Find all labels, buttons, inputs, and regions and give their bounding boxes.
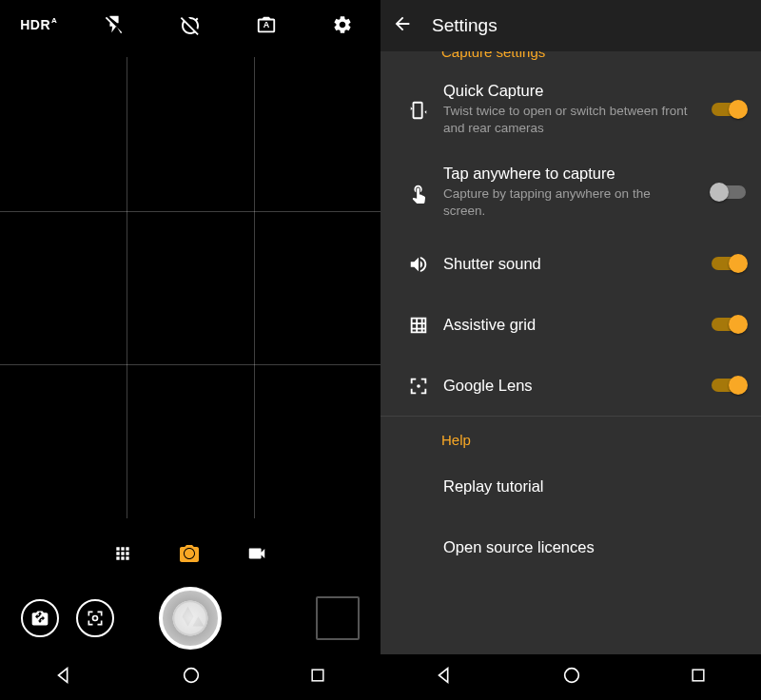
mode-photo[interactable] xyxy=(178,542,201,565)
video-icon xyxy=(246,543,267,564)
hdr-auto-badge: A xyxy=(51,16,57,25)
switch-camera-icon xyxy=(30,609,49,628)
flash-button[interactable] xyxy=(91,14,137,35)
shutter-aperture-icon xyxy=(171,599,209,637)
row-open-source-licences[interactable]: Open source licences xyxy=(380,516,761,577)
lens-icon xyxy=(86,609,105,628)
camera-icon xyxy=(178,542,201,565)
flash-off-icon xyxy=(104,14,125,35)
triangle-back-icon xyxy=(434,665,455,686)
volume-icon xyxy=(408,254,429,275)
google-lens-button[interactable] xyxy=(76,599,114,637)
shutter-sound-toggle[interactable] xyxy=(712,257,746,270)
quick-capture-subtitle: Twist twice to open or switch between fr… xyxy=(443,103,693,137)
google-lens-title: Google Lens xyxy=(443,376,693,396)
hdr-button[interactable]: HDR A xyxy=(15,17,61,32)
quick-capture-title: Quick Capture xyxy=(443,81,693,101)
nav-back[interactable] xyxy=(434,665,455,690)
back-button[interactable] xyxy=(392,13,413,38)
lens-icon xyxy=(408,376,429,397)
tap-anywhere-title: Tap anywhere to capture xyxy=(443,164,693,184)
page-title: Settings xyxy=(432,15,498,36)
switch-camera-button[interactable] xyxy=(21,599,59,637)
assistive-grid-toggle[interactable] xyxy=(712,318,746,331)
row-quick-capture[interactable]: Quick Capture Twist twice to open or swi… xyxy=(380,68,761,150)
assistive-grid-title: Assistive grid xyxy=(443,315,693,335)
tap-anywhere-toggle[interactable] xyxy=(712,185,746,199)
last-photo-thumbnail[interactable] xyxy=(316,596,360,640)
grid-line xyxy=(127,57,127,518)
quick-capture-toggle[interactable] xyxy=(712,103,746,116)
triangle-back-icon xyxy=(53,665,74,686)
timer-button[interactable] xyxy=(167,13,213,36)
shutter-sound-title: Shutter sound xyxy=(443,254,693,274)
aspect-button[interactable]: A xyxy=(244,14,289,35)
svg-rect-3 xyxy=(693,670,704,681)
row-assistive-grid[interactable]: Assistive grid xyxy=(380,294,761,355)
nav-back[interactable] xyxy=(53,665,74,690)
timer-off-icon xyxy=(179,13,202,36)
touch-icon xyxy=(408,183,429,204)
nav-home[interactable] xyxy=(561,665,582,690)
grid-line xyxy=(0,211,380,212)
row-google-lens[interactable]: Google Lens xyxy=(380,355,761,416)
square-recent-icon xyxy=(689,666,708,685)
arrow-back-icon xyxy=(392,13,413,34)
mode-gallery-grid[interactable] xyxy=(113,544,132,563)
tap-anywhere-subtitle: Capture by tapping anywhere on the scree… xyxy=(443,185,693,220)
section-capture-settings: Capture settings xyxy=(380,51,761,68)
svg-rect-1 xyxy=(312,670,323,681)
circle-home-icon xyxy=(561,665,582,686)
nav-recent[interactable] xyxy=(308,666,327,689)
square-recent-icon xyxy=(308,666,327,685)
nav-recent[interactable] xyxy=(689,666,708,689)
section-help: Help xyxy=(380,417,761,456)
grid-icon xyxy=(113,544,132,563)
twist-icon xyxy=(408,100,429,121)
oss-licences-title: Open source licences xyxy=(443,537,736,557)
svg-point-2 xyxy=(565,669,579,683)
svg-point-0 xyxy=(185,669,199,683)
settings-button[interactable] xyxy=(320,14,365,35)
hdr-label: HDR xyxy=(20,17,50,32)
shutter-button[interactable] xyxy=(159,587,222,650)
aspect-auto-badge: A xyxy=(263,20,270,29)
row-shutter-sound[interactable]: Shutter sound xyxy=(380,233,761,294)
grid-line xyxy=(0,364,380,365)
gear-icon xyxy=(332,14,353,35)
google-lens-toggle[interactable] xyxy=(712,379,746,392)
grid-icon xyxy=(408,315,429,336)
camera-viewfinder[interactable] xyxy=(0,57,380,518)
row-tap-anywhere[interactable]: Tap anywhere to capture Capture by tappi… xyxy=(380,150,761,233)
grid-line xyxy=(254,57,255,518)
nav-home[interactable] xyxy=(181,665,202,690)
mode-video[interactable] xyxy=(246,543,267,564)
circle-home-icon xyxy=(181,665,202,686)
replay-tutorial-title: Replay tutorial xyxy=(443,476,736,496)
row-replay-tutorial[interactable]: Replay tutorial xyxy=(380,456,761,516)
